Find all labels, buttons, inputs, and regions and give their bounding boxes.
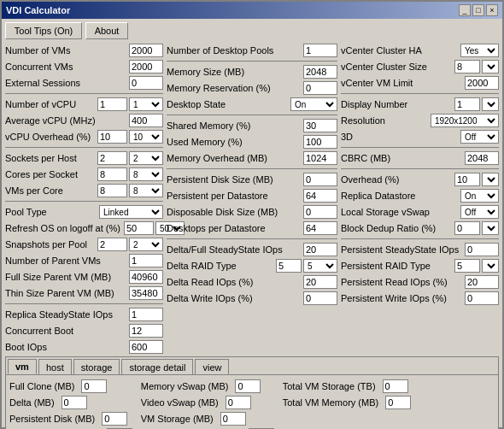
delta-raid-label: Delta RAID Type bbox=[167, 261, 237, 271]
delta-read-iops-input[interactable] bbox=[303, 275, 337, 289]
avg-vcpu-input[interactable] bbox=[129, 114, 163, 127]
persistent-iops-input[interactable] bbox=[465, 243, 499, 256]
replica-datastore-select[interactable]: OnOff bbox=[460, 189, 499, 203]
persistent-raid-select[interactable]: 5 bbox=[482, 259, 499, 273]
persistent-disk-tab-input[interactable] bbox=[102, 412, 127, 426]
persistent-ds-input[interactable] bbox=[303, 189, 337, 203]
minimize-button[interactable]: _ bbox=[459, 4, 471, 16]
vcpu-overhead-select[interactable]: 10 bbox=[129, 130, 163, 144]
overhead-input[interactable] bbox=[454, 173, 480, 186]
replica-iops-input[interactable] bbox=[129, 308, 163, 321]
persistent-read-iops-input[interactable] bbox=[465, 275, 499, 289]
local-storage-select[interactable]: OffOn bbox=[460, 205, 499, 219]
vm-storage-input[interactable] bbox=[220, 412, 246, 426]
desktops-ds-input[interactable] bbox=[303, 221, 337, 235]
persistent-raid-row: Persistent RAID Type 5 bbox=[341, 258, 499, 273]
refresh-os-input[interactable] bbox=[124, 221, 154, 235]
boot-iops-label: Boot IOps bbox=[5, 342, 47, 352]
total-vm-memory-input[interactable] bbox=[385, 396, 411, 409]
delta-raid-row: Delta RAID Type 56 bbox=[167, 258, 337, 273]
display-number-select[interactable]: 1 bbox=[482, 97, 499, 111]
snapshots-input[interactable] bbox=[97, 238, 127, 251]
cores-input[interactable] bbox=[97, 167, 127, 181]
used-mem-input[interactable] bbox=[303, 135, 337, 149]
boot-iops-input[interactable] bbox=[129, 340, 163, 354]
desktop-pools-label: Number of Desktop Pools bbox=[167, 45, 273, 56]
persistent-read-iops-label: Persistent Read IOps (%) bbox=[341, 277, 448, 287]
full-clone-input[interactable] bbox=[81, 379, 107, 393]
persistent-raid-label: Persistent RAID Type bbox=[341, 261, 431, 271]
pool-type-row: Pool Type LinkedFull bbox=[5, 204, 163, 220]
video-vswap-row: Video vSwap (MB) bbox=[141, 395, 274, 410]
vcpu-overhead-input[interactable] bbox=[97, 130, 127, 144]
tab-storage-detail[interactable]: storage detail bbox=[121, 359, 193, 374]
memory-res-input[interactable] bbox=[303, 81, 337, 95]
external-sessions-input[interactable] bbox=[129, 76, 163, 90]
sockets-select[interactable]: 2 bbox=[129, 151, 163, 165]
vcenter-vm-limit-input[interactable] bbox=[465, 76, 499, 90]
sockets-input[interactable] bbox=[97, 151, 127, 165]
total-vm-storage-input[interactable] bbox=[383, 379, 408, 393]
replica-datastore-row: Replica Datastore OnOff bbox=[341, 188, 499, 203]
tab-vm[interactable]: vm bbox=[8, 359, 37, 374]
vms-core-row: VMs per Core 8 bbox=[5, 183, 163, 198]
total-vm-storage-row: Total VM Storage (TB) bbox=[283, 379, 411, 394]
delta-write-iops-label: Delta Write IOps (%) bbox=[167, 293, 253, 303]
delta-write-iops-input[interactable] bbox=[303, 291, 337, 305]
desktop-pools-input[interactable] bbox=[303, 44, 337, 57]
block-dedup-input[interactable] bbox=[454, 221, 480, 235]
about-button[interactable]: About bbox=[85, 22, 128, 39]
concurrent-vms-label: Concurrent VMs bbox=[5, 62, 73, 72]
tab-view[interactable]: view bbox=[195, 359, 229, 374]
vcenter-ha-select[interactable]: YesNo bbox=[460, 44, 499, 57]
cores-select[interactable]: 8 bbox=[129, 167, 163, 181]
thin-parent-input[interactable] bbox=[129, 286, 163, 300]
snapshots-select[interactable]: 2 bbox=[129, 238, 163, 251]
delta-full-iops-input[interactable] bbox=[303, 243, 337, 256]
vcpu-input[interactable] bbox=[97, 97, 127, 111]
resolution-select[interactable]: 1920x12001280x1024 bbox=[431, 114, 499, 127]
num-vms-input[interactable] bbox=[129, 44, 163, 57]
refresh-os-row: Refresh OS on logoff at (%) 50 bbox=[5, 220, 163, 236]
delta-input[interactable] bbox=[62, 396, 87, 409]
tab-storage[interactable]: storage bbox=[73, 359, 120, 374]
memory-size-input[interactable] bbox=[303, 65, 337, 79]
video-vswap-input[interactable] bbox=[226, 396, 251, 409]
main-content: Tool Tips (On) About Number of VMs Concu… bbox=[2, 19, 502, 429]
display-number-label: Display Number bbox=[341, 99, 407, 109]
overhead-select[interactable]: 10 bbox=[482, 173, 499, 186]
delta-raid-select[interactable]: 56 bbox=[303, 259, 337, 273]
pool-type-select[interactable]: LinkedFull bbox=[99, 205, 163, 219]
concurrent-boot-input[interactable] bbox=[129, 324, 163, 338]
mem-overhead-input[interactable] bbox=[303, 151, 337, 165]
vms-core-input[interactable] bbox=[97, 184, 127, 197]
persistent-raid-input[interactable] bbox=[454, 259, 480, 273]
close-button[interactable]: × bbox=[486, 4, 498, 16]
mem-vswap-input[interactable] bbox=[235, 379, 261, 393]
persistent-disk-input[interactable] bbox=[303, 173, 337, 186]
maximize-button[interactable]: □ bbox=[472, 4, 484, 16]
full-parent-input[interactable] bbox=[129, 270, 163, 284]
3d-select[interactable]: OffOn bbox=[460, 130, 499, 144]
persistent-ds-row: Persistent per Datastore bbox=[167, 188, 337, 203]
concurrent-vms-input[interactable] bbox=[129, 60, 163, 73]
replica-iops-label: Replica SteadyState IOps bbox=[5, 309, 113, 320]
vcenter-vm-limit-row: vCenter VM Limit bbox=[341, 75, 499, 91]
vms-core-select[interactable]: 8 bbox=[129, 184, 163, 197]
num-parent-vms-input[interactable] bbox=[129, 254, 163, 267]
cbrc-input[interactable] bbox=[465, 151, 499, 165]
local-storage-label: Local Storage vSwap bbox=[341, 207, 430, 217]
tab-host[interactable]: host bbox=[38, 359, 72, 374]
display-number-input[interactable] bbox=[454, 97, 480, 111]
vm-col1: Full Clone (MB) Delta (MB) Persistent Di… bbox=[9, 379, 132, 429]
persistent-write-iops-input[interactable] bbox=[465, 291, 499, 305]
vcenter-cluster-size-select[interactable]: 8 bbox=[482, 60, 499, 73]
shared-mem-input[interactable] bbox=[303, 119, 337, 132]
vcpu-select[interactable]: 124 bbox=[129, 97, 163, 111]
desktop-state-select[interactable]: OnOff bbox=[290, 97, 337, 111]
delta-raid-input[interactable] bbox=[276, 259, 302, 273]
block-dedup-select[interactable]: 0 bbox=[482, 221, 499, 235]
disposable-disk-input[interactable] bbox=[303, 205, 337, 219]
tooltips-button[interactable]: Tool Tips (On) bbox=[5, 22, 82, 39]
vcenter-cluster-size-input[interactable] bbox=[454, 60, 480, 73]
